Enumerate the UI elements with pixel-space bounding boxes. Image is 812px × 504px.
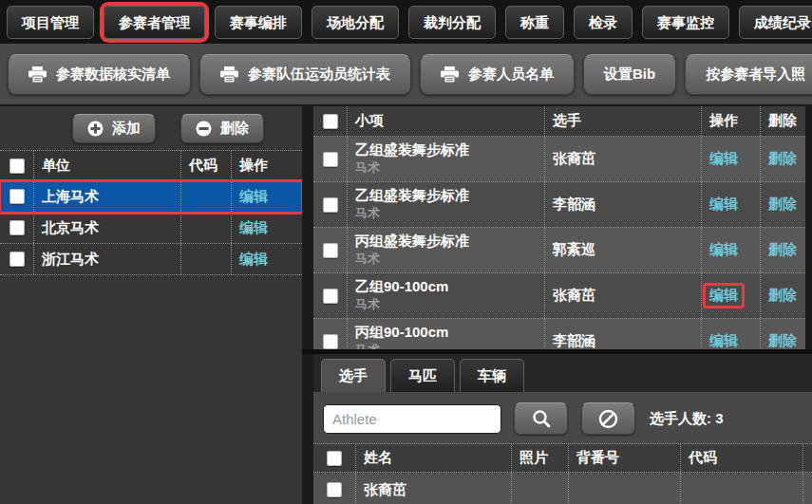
print-data-verification-list-button[interactable]: 参赛数据核实清单 <box>8 54 191 95</box>
unit-row-zhejiang[interactable]: 浙江马术 编辑 <box>0 244 302 275</box>
toolbar-button-label: 设置Bib <box>604 65 655 84</box>
edit-entry-link[interactable]: 编辑 <box>709 241 738 259</box>
main-tab-bar: 项目管理 参赛者管理 赛事编排 场地分配 裁判分配 称重 检录 赛事监控 成绩纪… <box>0 0 812 44</box>
tab-weigh-in[interactable]: 称重 <box>505 6 564 39</box>
units-header-code: 代码 <box>180 151 231 180</box>
entries-header-athlete: 选手 <box>544 106 701 136</box>
entry-sport-name: 马术 <box>355 205 544 221</box>
entries-table: 小项 选手 操作 删除 乙组盛装舞步标准 马术 张裔茁 编辑 删除 乙组盛装舞步… <box>313 104 805 349</box>
entry-sport-name: 马术 <box>355 342 544 349</box>
tab-project-management[interactable]: 项目管理 <box>7 6 94 39</box>
entry-event-name: 丙组盛装舞步标准 <box>355 232 544 251</box>
detail-tab-bar: 选手 马匹 车辆 <box>313 354 812 392</box>
tab-horses[interactable]: 马匹 <box>390 359 455 392</box>
entry-row[interactable]: 乙组盛装舞步标准 马术 张裔茁 编辑 删除 <box>313 137 805 182</box>
entry-event-name: 乙组90-100cm <box>355 277 544 296</box>
delete-entry-link[interactable]: 删除 <box>768 241 797 259</box>
unit-row-checkbox[interactable] <box>9 252 25 267</box>
athlete-search-input[interactable] <box>323 404 501 434</box>
printer-icon <box>220 66 238 83</box>
entry-sport-name: 马术 <box>355 159 544 176</box>
toolbar-button-label: 参赛人员名单 <box>468 65 554 84</box>
delete-entry-link[interactable]: 删除 <box>768 332 797 349</box>
edit-entry-link[interactable]: 编辑 <box>709 196 738 214</box>
entry-row-checkbox[interactable] <box>323 197 338 213</box>
block-icon <box>598 409 618 429</box>
print-team-athlete-stats-button[interactable]: 参赛队伍运动员统计表 <box>199 54 411 95</box>
entry-athlete-name: 李韶涵 <box>544 182 701 227</box>
entry-sport-name: 马术 <box>355 296 544 312</box>
unit-row-beijing[interactable]: 北京马术 编辑 <box>0 213 302 244</box>
athletes-table-header: 姓名 照片 背番号 代码 <box>313 443 812 473</box>
select-all-athletes-checkbox[interactable] <box>327 451 342 466</box>
entry-row[interactable]: 丙组90-100cm 马术 李韶涵 编辑 删除 <box>313 319 805 349</box>
delete-entry-link[interactable]: 删除 <box>768 287 797 305</box>
athletes-header-name: 姓名 <box>355 444 511 472</box>
edit-entry-link-highlighted[interactable]: 编辑 <box>703 283 745 308</box>
entry-row[interactable]: 乙组90-100cm 马术 张裔茁 编辑 删除 <box>313 273 805 319</box>
edit-unit-link[interactable]: 编辑 <box>239 251 268 269</box>
unit-row-shanghai[interactable]: 上海马术 编辑 <box>0 181 302 213</box>
athlete-search-bar: 选手人数: 3 <box>313 392 812 443</box>
unit-code <box>180 181 231 212</box>
tab-event-monitoring[interactable]: 赛事监控 <box>642 6 729 39</box>
entry-event-name: 乙组盛装舞步标准 <box>355 140 544 159</box>
athlete-bib-cell <box>568 473 680 504</box>
entry-row-checkbox[interactable] <box>323 243 338 258</box>
panel-divider <box>302 104 313 504</box>
add-unit-button[interactable]: 添加 <box>72 114 156 143</box>
delete-entry-link[interactable]: 删除 <box>768 196 797 214</box>
athletes-header-clipped-column <box>803 444 812 472</box>
athlete-name: 张裔茁 <box>355 473 511 504</box>
unit-name: 上海马术 <box>33 181 180 212</box>
entry-event-name: 乙组盛装舞步标准 <box>355 186 544 205</box>
search-button[interactable] <box>514 402 568 435</box>
tab-results-record[interactable]: 成绩纪录 <box>739 6 812 39</box>
edit-entry-link[interactable]: 编辑 <box>709 332 738 349</box>
units-header-unit: 单位 <box>33 151 180 180</box>
edit-entry-link[interactable]: 编辑 <box>709 150 738 168</box>
edit-unit-link[interactable]: 编辑 <box>239 219 268 237</box>
entry-row-checkbox[interactable] <box>323 289 338 304</box>
delete-unit-button[interactable]: 删除 <box>180 114 264 143</box>
unit-row-checkbox[interactable] <box>9 189 25 204</box>
plus-circle-icon <box>87 121 104 137</box>
toolbar-button-label: 参赛数据核实清单 <box>56 65 170 84</box>
set-bib-button[interactable]: 设置Bib <box>583 54 676 95</box>
entry-athlete-name: 张裔茁 <box>544 137 701 181</box>
select-all-entries-checkbox[interactable] <box>323 114 338 129</box>
printer-icon <box>441 66 459 83</box>
entry-athlete-name: 李韶涵 <box>544 319 701 349</box>
units-panel: 添加 删除 单位 代码 操作 上海马术 编辑 北京马术 编辑 浙江马术 编辑 <box>0 104 302 504</box>
entry-row[interactable]: 丙组盛装舞步标准 马术 郭紊巡 编辑 删除 <box>313 228 805 273</box>
tab-referee-allocation[interactable]: 裁判分配 <box>408 6 496 39</box>
athletes-header-code: 代码 <box>680 444 803 472</box>
entry-row-checkbox[interactable] <box>323 334 338 349</box>
toolbar: 参赛数据核实清单 参赛队伍运动员统计表 参赛人员名单 设置Bib 按参赛者导入照 <box>0 44 812 104</box>
tab-participant-management[interactable]: 参赛者管理 <box>104 6 205 39</box>
delete-entry-link[interactable]: 删除 <box>768 150 797 168</box>
tab-check-in[interactable]: 检录 <box>574 6 633 39</box>
athlete-row[interactable]: 张裔茁 <box>313 473 812 504</box>
athlete-row-checkbox[interactable] <box>327 482 342 497</box>
entry-row-checkbox[interactable] <box>323 152 338 167</box>
table-right-edge <box>805 104 812 349</box>
select-all-units-checkbox[interactable] <box>9 159 25 174</box>
printer-icon <box>28 66 47 83</box>
unit-row-checkbox[interactable] <box>9 220 25 235</box>
entry-athlete-name: 郭紊巡 <box>544 228 701 272</box>
athlete-clipped-cell <box>803 473 812 504</box>
tab-event-scheduling[interactable]: 赛事编排 <box>215 6 302 39</box>
tab-athletes[interactable]: 选手 <box>321 359 386 392</box>
edit-unit-link[interactable]: 编辑 <box>239 188 268 206</box>
tab-vehicles[interactable]: 车辆 <box>460 359 524 392</box>
import-photos-by-participant-button[interactable]: 按参赛者导入照 <box>685 54 812 95</box>
entry-row[interactable]: 乙组盛装舞步标准 马术 李韶涵 编辑 删除 <box>313 182 805 228</box>
search-icon <box>532 409 551 428</box>
tab-venue-allocation[interactable]: 场地分配 <box>312 6 399 39</box>
clear-filter-button[interactable] <box>581 402 635 435</box>
print-participant-roster-button[interactable]: 参赛人员名单 <box>420 54 575 95</box>
athlete-code-cell <box>680 473 803 504</box>
toolbar-button-label: 按参赛者导入照 <box>706 65 805 84</box>
entries-table-header: 小项 选手 操作 删除 <box>313 106 805 137</box>
